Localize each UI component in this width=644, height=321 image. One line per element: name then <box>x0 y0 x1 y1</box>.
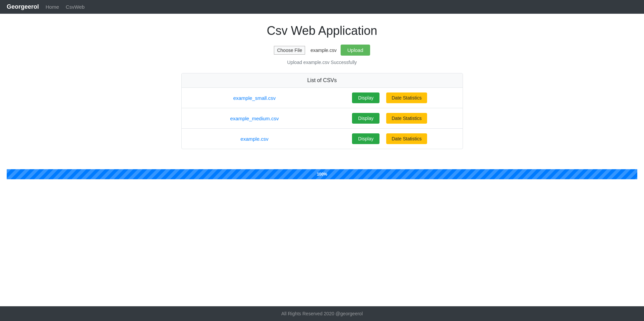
navbar: Georgeerol Home CsvWeb <box>0 0 644 14</box>
main-content: Csv Web Application Choose File example.… <box>0 14 644 306</box>
date-stats-button-1[interactable]: Date Statistics <box>386 92 427 103</box>
navbar-link-csvweb[interactable]: CsvWeb <box>66 4 84 10</box>
file-name-label: example.csv <box>310 48 337 53</box>
date-stats-button-2[interactable]: Date Statistics <box>386 113 427 124</box>
csv-actions-3: Display Date Statistics <box>322 133 457 144</box>
csv-actions-1: Display Date Statistics <box>322 92 457 103</box>
footer-text: All Rights Reserved 2020 @georgeerol <box>281 311 363 316</box>
success-message: Upload example.csv Successfully <box>287 60 357 65</box>
csv-filename-1[interactable]: example_small.csv <box>187 95 322 101</box>
upload-button[interactable]: Upload <box>341 45 370 56</box>
footer: All Rights Reserved 2020 @georgeerol <box>0 306 644 321</box>
progress-label: 100% <box>317 172 327 177</box>
page-title: Csv Web Application <box>267 24 377 38</box>
csv-actions-2: Display Date Statistics <box>322 113 457 124</box>
table-row: example.csv Display Date Statistics <box>182 129 463 149</box>
table-row: example_medium.csv Display Date Statisti… <box>182 108 463 129</box>
navbar-link-home[interactable]: Home <box>46 4 59 10</box>
progress-bar-container: 100% <box>7 169 637 179</box>
csv-filename-3[interactable]: example.csv <box>187 136 322 142</box>
date-stats-button-3[interactable]: Date Statistics <box>386 133 427 144</box>
csv-table-header: List of CSVs <box>182 73 463 88</box>
display-button-2[interactable]: Display <box>352 113 379 124</box>
navbar-brand[interactable]: Georgeerol <box>7 3 39 10</box>
display-button-3[interactable]: Display <box>352 133 379 144</box>
upload-area: Choose File example.csv Upload <box>274 45 370 56</box>
csv-filename-2[interactable]: example_medium.csv <box>187 116 322 121</box>
choose-file-button[interactable]: Choose File <box>274 46 305 55</box>
display-button-1[interactable]: Display <box>352 92 379 103</box>
csv-table: List of CSVs example_small.csv Display D… <box>181 73 463 149</box>
table-row: example_small.csv Display Date Statistic… <box>182 88 463 108</box>
